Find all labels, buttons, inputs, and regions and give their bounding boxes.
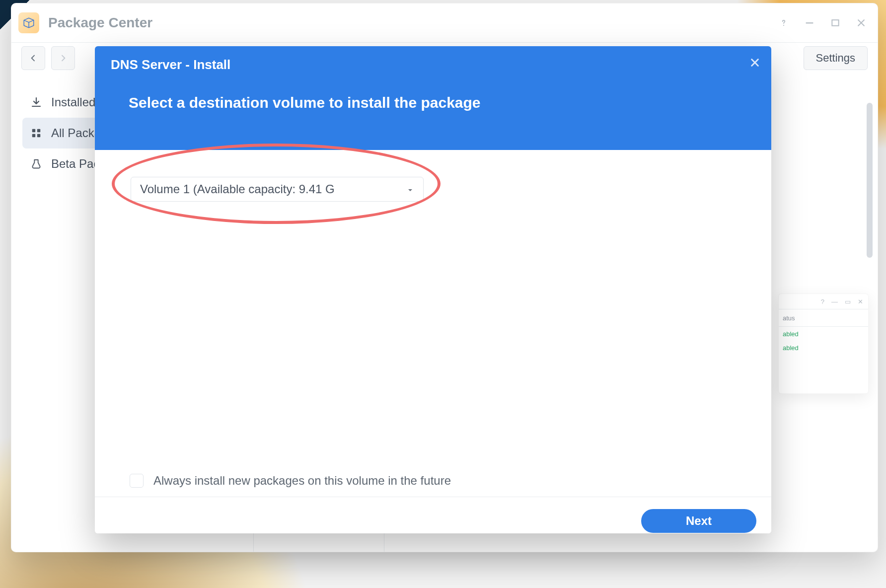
sidebar-item-label: Installed	[51, 95, 95, 109]
volume-select[interactable]: Volume 1 (Available capacity: 9.41 G	[131, 177, 424, 202]
download-icon	[29, 96, 43, 108]
grid-icon	[29, 128, 43, 139]
always-install-label: Always install new packages on this volu…	[153, 474, 451, 488]
bg-minimize-icon[interactable]: —	[831, 298, 838, 305]
svg-rect-4	[37, 129, 40, 132]
beta-icon	[29, 158, 43, 170]
always-install-row: Always install new packages on this volu…	[130, 474, 451, 488]
package-center-app-icon	[18, 12, 39, 33]
bg-status-cell: abled	[783, 330, 799, 338]
svg-rect-5	[32, 134, 35, 137]
install-modal: DNS Server - Install Select a destinatio…	[95, 46, 771, 533]
svg-rect-1	[806, 22, 813, 23]
modal-body: Volume 1 (Available capacity: 9.41 G Alw…	[95, 150, 771, 497]
bg-status-cell: abled	[783, 344, 799, 352]
nav-back-button[interactable]	[21, 46, 45, 70]
window-title: Package Center	[48, 15, 152, 31]
bg-table-row[interactable]: abled	[779, 341, 868, 355]
chevron-down-icon	[406, 182, 414, 196]
scrollbar-thumb[interactable]	[867, 103, 873, 258]
settings-button[interactable]: Settings	[804, 46, 868, 70]
bg-maximize-icon[interactable]: ▭	[845, 298, 851, 305]
next-button-label: Next	[686, 514, 712, 528]
settings-button-label: Settings	[816, 52, 856, 65]
svg-rect-3	[32, 129, 35, 132]
svg-rect-6	[37, 134, 40, 137]
window-titlebar: Package Center	[11, 3, 878, 43]
bg-window-titlebar: ? — ▭ ✕	[779, 294, 868, 309]
svg-rect-2	[832, 20, 838, 26]
background-window: ? — ▭ ✕ atus abled abled	[778, 294, 869, 394]
volume-select-text: Volume 1 (Available capacity: 9.41 G	[140, 182, 335, 196]
modal-subtitle: Select a destination volume to install t…	[129, 94, 755, 111]
modal-header: DNS Server - Install Select a destinatio…	[95, 46, 771, 150]
modal-title: DNS Server - Install	[111, 57, 755, 73]
close-icon[interactable]	[854, 15, 869, 30]
next-button[interactable]: Next	[641, 509, 756, 533]
modal-close-icon[interactable]	[749, 57, 760, 70]
bg-table-header: atus	[779, 309, 868, 327]
always-install-checkbox[interactable]	[130, 474, 144, 488]
bg-header-status: atus	[783, 314, 795, 322]
nav-forward-button[interactable]	[51, 46, 75, 70]
bg-table-row[interactable]: abled	[779, 327, 868, 341]
minimize-icon[interactable]	[802, 15, 817, 30]
bg-close-icon[interactable]: ✕	[858, 298, 863, 305]
bg-help-icon[interactable]: ?	[821, 298, 824, 305]
modal-footer: Next	[95, 497, 771, 533]
svg-point-0	[783, 25, 784, 26]
help-icon[interactable]	[776, 15, 791, 30]
maximize-icon[interactable]	[828, 15, 843, 30]
